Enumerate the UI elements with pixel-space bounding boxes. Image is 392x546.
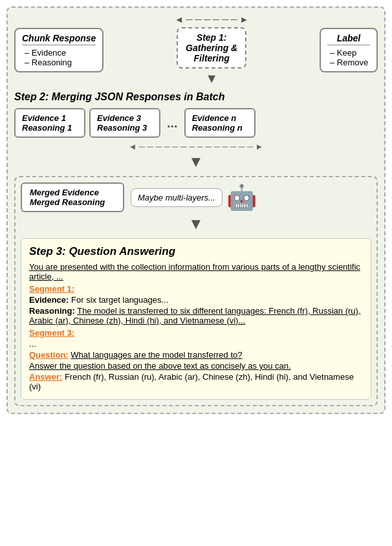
speech-robot-group: Maybe multi-layers... 🤖: [131, 183, 257, 212]
speech-bubble: Maybe multi-layers...: [131, 188, 223, 207]
dots-separator: ...: [164, 116, 180, 131]
step1-area: Chunk Response – Evidence – Reasoning ◄ …: [14, 14, 378, 86]
chunk-evidence-item: – Evidence: [22, 48, 96, 58]
down-arrow-step1: ▼: [205, 71, 218, 86]
evidence-box-3: Evidence 3 Reasoning 3: [89, 108, 160, 138]
evidence-n-label: Evidence n: [192, 113, 248, 123]
down-arrow-to-merged: ▼: [14, 153, 378, 171]
merged-reasoning-line: Merged Reasoning: [30, 197, 115, 207]
step2-boxes: Evidence 1 Reasoning 1 Evidence 3 Reason…: [14, 108, 378, 138]
qa-section: Step 3: Question Answering You are prese…: [21, 238, 371, 400]
reasoning-3-label: Reasoning 3: [97, 123, 153, 133]
maybe-text: Maybe multi-layers...: [138, 193, 215, 202]
ellipsis-line: ...: [29, 339, 363, 349]
down-arrow-to-qa: ▼: [21, 215, 371, 233]
question-line: Question: What languages are the model t…: [29, 350, 363, 360]
segment3-label: Segment 3:: [29, 328, 363, 338]
label-keep-item: – Keep: [327, 48, 370, 58]
segment1-label: Segment 1:: [29, 284, 363, 294]
reasoning-1-label: Reasoning 1: [22, 123, 78, 133]
evidence-1-label: Evidence 1: [22, 113, 78, 123]
step1-middle: ◄ ─ ─ ─ ─ ─ ─ ► Step 1:Gathering &Filter…: [166, 14, 257, 86]
step3-title: Step 3: Question Answering: [29, 245, 363, 258]
evidence-box-n: Evidence n Reasoning n: [184, 108, 256, 138]
main-diagram: Chunk Response – Evidence – Reasoning ◄ …: [6, 6, 386, 414]
answer-instruction-line: Answer the question based on the above t…: [29, 361, 363, 371]
horizontal-arrows: ◄ ─ ─ ─ ─ ─ ─ ►: [166, 14, 257, 25]
evidence-box-1: Evidence 1 Reasoning 1: [14, 108, 85, 138]
label-box-title: Label: [327, 33, 370, 45]
bottom-dashed-section: Merged Evidence Merged Reasoning Maybe m…: [14, 176, 378, 406]
robot-icon: 🤖: [226, 183, 257, 212]
qa-intro: You are presented with the collection in…: [29, 262, 363, 281]
label-box: Label – Keep – Remove: [320, 28, 378, 72]
chunk-response-title: Chunk Response: [22, 33, 96, 45]
step1-label: Step 1:Gathering &Filtering: [177, 27, 246, 69]
step2-title: Step 2: Merging JSON Responses in Batch: [14, 91, 378, 103]
step2-curved-arrows: ◄ ─ ─ ─ ─ ─ ─ ─ ─ ─ ─ ─ ─ ─ ─ ►: [14, 142, 378, 151]
evidence-line: Evidence: For six target languages...: [29, 295, 363, 305]
label-remove-item: – Remove: [327, 58, 370, 67]
evidence-3-label: Evidence 3: [97, 113, 153, 123]
merged-robot-row: Merged Evidence Merged Reasoning Maybe m…: [21, 182, 371, 212]
reasoning-line: Reasoning: The model is transferred to s…: [29, 306, 363, 325]
chunk-reasoning-item: – Reasoning: [22, 58, 96, 67]
answer-line: Answer: French (fr), Russian (ru), Arabi…: [29, 372, 363, 391]
reasoning-n-label: Reasoning n: [192, 123, 248, 133]
merged-box: Merged Evidence Merged Reasoning: [21, 182, 124, 212]
chunk-response-box: Chunk Response – Evidence – Reasoning: [14, 28, 103, 72]
left-arrow-icon: ◄ ─ ─ ─ ─ ─ ─ ►: [175, 14, 248, 25]
merged-evidence-line: Merged Evidence: [30, 188, 115, 197]
